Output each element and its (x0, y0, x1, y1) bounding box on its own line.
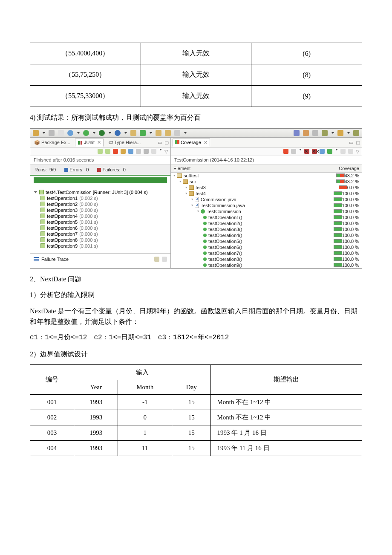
coverage-row[interactable]: ▾src43.2 % (171, 179, 362, 185)
coverage-row[interactable]: testOperation4()100.0 % (171, 232, 362, 238)
java-perspective-icon[interactable] (303, 130, 309, 136)
cov-merge-icon[interactable] (320, 149, 325, 154)
junit-tree: test4.TestCommission [Runner: JUnit 3] (… (30, 187, 170, 253)
cov-dump-icon[interactable] (291, 149, 296, 154)
failure-trace-section: Failure Trace (30, 253, 170, 265)
pin-icon[interactable] (322, 130, 328, 136)
test-item[interactable]: testOperation1 (0.002 s) (33, 195, 168, 201)
test-item[interactable]: testOperation9 (0.001 s) (33, 243, 168, 249)
run-icon[interactable] (83, 130, 89, 136)
cov-relaunch-icon[interactable] (283, 149, 288, 154)
table-cell: 1993 年 11 月 16 日 (211, 441, 362, 456)
method-icon (203, 263, 207, 267)
table-cell: 002 (30, 410, 74, 425)
tab-type-hierarchy[interactable]: 🏷 Type Hiera... (106, 139, 143, 146)
dropdown-icon[interactable]: ▽ (356, 149, 359, 154)
method-icon (203, 240, 207, 243)
new-package-icon[interactable] (130, 130, 136, 136)
tree-root[interactable]: test4.TestCommission [Runner: JUnit 3] (… (33, 189, 168, 195)
minimize-icon[interactable]: ▭ (158, 140, 162, 145)
maximize-icon[interactable]: ▢ (164, 140, 169, 145)
perspective-icon[interactable] (294, 130, 300, 136)
source-folder-icon (183, 179, 188, 184)
history-icon[interactable] (151, 149, 156, 154)
coverage-row[interactable]: testOperation2()100.0 % (171, 220, 362, 226)
tab-package-explorer[interactable]: 📦 Package Ex... (32, 139, 72, 146)
test-item[interactable]: testOperation4 (0.000 s) (33, 213, 168, 219)
cov-collapse-icon[interactable] (340, 149, 346, 154)
show-failures-icon[interactable] (113, 149, 118, 154)
table-cell: 1993 (74, 441, 118, 456)
open-type-icon[interactable] (156, 130, 161, 136)
test-suite-icon (39, 190, 44, 194)
rerun-failed-icon[interactable] (136, 149, 141, 154)
java-file-icon (195, 197, 199, 202)
method-icon (203, 216, 207, 219)
run-last-icon[interactable] (99, 130, 105, 136)
test-item[interactable]: testOperation5 (0.001 s) (33, 219, 168, 225)
test-item[interactable]: testOperation2 (0.000 s) (33, 201, 168, 207)
compare-icon[interactable] (154, 257, 159, 262)
cov-link-editor-icon[interactable] (348, 149, 353, 154)
test-item[interactable]: testOperation3 (0.000 s) (33, 207, 168, 213)
coverage-row[interactable]: ▾softtest43.2 % (171, 173, 362, 179)
cov-remove-all-icon[interactable]: ✕✕ (312, 149, 317, 154)
rerun-icon[interactable] (128, 149, 133, 154)
table-cell: 15 (172, 395, 211, 410)
table-cell: 0 (118, 410, 172, 425)
test-item[interactable]: testOperation7 (0.000 s) (33, 231, 168, 237)
coverage-row[interactable]: ▾test30.0 % (171, 185, 362, 191)
test-pass-icon (40, 237, 45, 242)
view-menu-icon[interactable] (159, 149, 162, 150)
more-icon[interactable] (337, 130, 343, 136)
coverage-session-label: TestCommission (2014-4-16 10:22:12) (171, 156, 362, 165)
stop-icon[interactable] (144, 149, 149, 154)
maximize-icon[interactable]: ▢ (356, 140, 360, 145)
tab-coverage[interactable]: Coverage ✕ (173, 139, 210, 147)
eclipse-ide-screenshot: 📦 Package Ex... ▮▮ JUnit ✕ 🏷 Type Hiera.… (30, 128, 362, 269)
table-cell: 1993 (74, 395, 118, 410)
test-pass-icon (40, 214, 45, 218)
close-icon[interactable]: ✕ (97, 140, 101, 145)
new-class-icon[interactable] (140, 130, 146, 136)
next-failure-icon[interactable] (98, 149, 103, 154)
dropdown-icon[interactable]: ▽ (164, 149, 168, 154)
test-item[interactable]: testOperation6 (0.000 s) (33, 225, 168, 231)
table-cell: （55,4000,400） (30, 43, 141, 64)
close-icon[interactable]: ✕ (204, 140, 208, 145)
coverage-row[interactable]: ▾TestCommission100.0 % (171, 208, 362, 214)
coverage-row[interactable]: ▾test4100.0 % (171, 191, 362, 197)
coverage-row[interactable]: testOperation1()100.0 % (171, 214, 362, 220)
table-cell: -1 (118, 395, 172, 410)
tab-junit[interactable]: ▮▮ JUnit ✕ (75, 139, 104, 147)
debug-globe-icon[interactable] (67, 130, 73, 136)
method-icon (203, 222, 207, 225)
nav-back-icon[interactable] (312, 130, 318, 136)
coverage-row[interactable]: ▾TestCommission.java100.0 % (171, 202, 362, 208)
coverage-row[interactable]: testOperation6()100.0 % (171, 244, 362, 250)
cov-link-icon[interactable] (327, 149, 332, 154)
minimize-icon[interactable]: ▭ (349, 140, 353, 145)
coverage-table-header: Element Coverage (171, 165, 362, 173)
forward-icon[interactable] (353, 130, 359, 136)
open-task-icon[interactable] (165, 130, 171, 136)
table-row: 0011993-115Month 不在 1~12 中 (30, 395, 362, 410)
save-icon[interactable] (49, 130, 55, 136)
coverage-row[interactable]: testOperation8()100.0 % (171, 256, 362, 262)
test-pass-icon (40, 208, 45, 212)
coverage-row[interactable]: testOperation3()100.0 % (171, 226, 362, 232)
coverage-row[interactable]: testOperation9()100.0 % (171, 262, 362, 268)
coverage-row[interactable]: ▾Commission.java100.0 % (171, 197, 362, 202)
filter-icon[interactable] (162, 257, 167, 262)
print-icon[interactable] (58, 130, 64, 136)
test-item[interactable]: testOperation8 (0.000 s) (33, 237, 168, 243)
scroll-lock-icon[interactable] (121, 149, 126, 154)
prev-failure-icon[interactable] (105, 149, 110, 154)
coverage-row[interactable]: testOperation7()100.0 % (171, 250, 362, 256)
search-icon[interactable] (174, 130, 180, 136)
cov-remove-icon[interactable]: ✕ (304, 149, 309, 154)
new-icon[interactable] (33, 130, 39, 136)
failure-trace-label: Failure Trace (41, 257, 69, 262)
coverage-row[interactable]: testOperation5()100.0 % (171, 238, 362, 244)
external-tools-icon[interactable] (115, 130, 121, 136)
